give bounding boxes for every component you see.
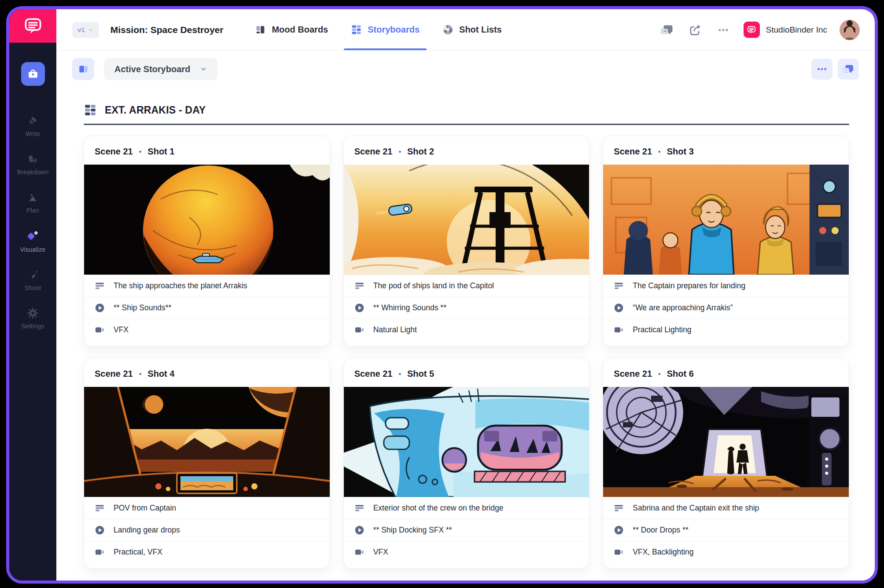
storyboard-frame-image[interactable] (84, 165, 330, 275)
camera-row[interactable]: VFX (84, 319, 330, 341)
chevron-down-icon (88, 27, 94, 33)
play-icon (95, 525, 105, 535)
comments-button[interactable] (659, 22, 675, 38)
storyboard-grid-icon (84, 103, 97, 117)
audio-row[interactable]: ** Door Drops ** (603, 519, 849, 541)
board-comments-button[interactable] (838, 59, 859, 80)
storyboard-selector[interactable]: Active Storyboard (104, 58, 217, 80)
shot-label: Shot 3 (667, 147, 694, 157)
scene-label: Scene 21 (614, 147, 652, 157)
camera-row[interactable]: Natural Light (344, 319, 589, 341)
storyboard-frame-image[interactable] (344, 387, 589, 497)
description-row[interactable]: The ship approaches the planet Arrakis (84, 275, 330, 297)
sidebar: Write Breakdown Plan Visualize Shoot Set… (9, 9, 56, 581)
nav-right-cluster: StudioBinder Inc (659, 20, 860, 40)
sidebar-item-write[interactable]: Write (11, 115, 55, 137)
sidebar-item-plan[interactable]: Plan (11, 191, 55, 214)
storyboard-toolbar: Active Storyboard (56, 51, 875, 88)
project-briefcase-button[interactable] (21, 62, 45, 86)
camera-text: VFX (373, 548, 388, 557)
org-switcher[interactable]: StudioBinder Inc (744, 22, 827, 38)
top-nav: v1 Mission: Space Destroyer Mood Boards … (56, 9, 875, 51)
org-logo (744, 22, 760, 38)
storyboard-frame-image[interactable] (603, 165, 849, 275)
tab-shot-lists[interactable]: Shot Lists (431, 9, 513, 50)
shot-card-header: Scene 21 • Shot 4 (84, 358, 330, 387)
text-lines-icon (354, 503, 365, 513)
more-options-button[interactable] (715, 22, 731, 38)
board-options-button[interactable] (811, 59, 832, 80)
shot-card-5: Scene 21 • Shot 5 (343, 358, 590, 569)
toolbar-right-cluster (811, 59, 859, 80)
nav-tabs: Mood Boards Storyboards Shot Lists (243, 9, 513, 50)
description-row[interactable]: The Captain prepares for landing (603, 275, 849, 297)
tab-mood-boards[interactable]: Mood Boards (243, 9, 339, 50)
sidebar-nav: Write Breakdown Plan Visualize Shoot Set… (11, 115, 55, 330)
scene-label: Scene 21 (614, 369, 652, 379)
storyboard-content: EXT. ARRAKIS - DAY Scene 21 • Shot 1 (56, 88, 875, 581)
text-lines-icon (95, 281, 105, 291)
storyboard-grid-icon (351, 24, 362, 35)
camera-text: VFX (114, 325, 129, 334)
description-text: Exterior shot of the crew on the bridge (373, 503, 504, 513)
audio-row[interactable]: Landing gear drops (84, 519, 330, 541)
dot-separator: • (398, 370, 402, 378)
shot-label: Shot 1 (147, 147, 174, 157)
storyboard-frame-image[interactable] (84, 387, 330, 497)
breakdown-sheets-icon (27, 153, 39, 165)
description-row[interactable]: The pod of ships land in the Capitol (344, 275, 589, 297)
description-row[interactable]: POV from Captain (84, 497, 330, 519)
share-icon (689, 23, 702, 37)
section-divider (84, 124, 849, 125)
scene-heading: EXT. ARRAKIS - DAY (105, 104, 206, 116)
description-row[interactable]: Exterior shot of the crew on the bridge (344, 497, 589, 519)
shot-card-header: Scene 21 • Shot 3 (603, 136, 849, 165)
camera-text: Practical Lighting (633, 325, 691, 334)
storyboard-frame-image[interactable] (603, 387, 849, 497)
audio-row[interactable]: ** Ship Docking SFX ** (344, 519, 589, 541)
scene-label: Scene 21 (95, 147, 133, 157)
audio-row[interactable]: ** Ship Sounds** (84, 297, 330, 319)
text-lines-icon (354, 281, 365, 291)
sidebar-item-breakdown[interactable]: Breakdown (11, 153, 55, 176)
description-row[interactable]: Sabrina and the Captain exit the ship (603, 497, 849, 519)
camera-row[interactable]: Practical Lighting (603, 319, 849, 341)
studiobinder-logo[interactable] (9, 9, 56, 43)
dot-separator: • (398, 148, 402, 156)
shot-label: Shot 4 (147, 369, 174, 379)
sidebar-item-label: Plan (26, 207, 39, 214)
tab-storyboards[interactable]: Storyboards (339, 9, 431, 50)
play-icon (614, 303, 624, 313)
scene-section-header: EXT. ARRAKIS - DAY (84, 103, 849, 117)
version-label: v1 (77, 26, 85, 33)
project-title: Mission: Space Destroyer (110, 25, 224, 35)
version-selector[interactable]: v1 (72, 22, 99, 38)
shot-card-3: Scene 21 • Shot 3 (603, 136, 849, 346)
play-icon (354, 525, 365, 535)
shot-card-2: Scene 21 • Shot 2 (343, 136, 590, 346)
camera-row[interactable]: VFX (344, 541, 589, 563)
mood-board-icon (255, 24, 266, 35)
audio-row[interactable]: ** Whirring Sounds ** (344, 297, 589, 319)
play-icon (614, 525, 624, 535)
diamonds-icon (26, 230, 39, 243)
storyboard-frame-image[interactable] (344, 165, 589, 275)
camera-text: VFX, Backlighting (633, 548, 693, 557)
camera-row[interactable]: Practical, VFX (84, 541, 330, 563)
audio-row[interactable]: “We are approaching Arrakis” (603, 297, 849, 319)
sidebar-item-visualize[interactable]: Visualize (11, 230, 55, 253)
camera-row[interactable]: VFX, Backlighting (603, 541, 849, 563)
play-icon (354, 303, 365, 313)
scene-label: Scene 21 (95, 369, 133, 379)
chevron-down-icon (200, 66, 207, 73)
user-avatar[interactable] (840, 20, 860, 40)
video-camera-icon (614, 547, 624, 557)
shot-label: Shot 2 (407, 147, 434, 157)
shot-grid: Scene 21 • Shot 1 (84, 136, 849, 569)
board-view-button[interactable] (72, 58, 94, 80)
sidebar-item-shoot[interactable]: Shoot (11, 269, 55, 291)
sidebar-item-label: Settings (21, 323, 44, 330)
sidebar-item-settings[interactable]: Settings (11, 307, 55, 330)
text-lines-icon (614, 503, 624, 513)
share-button[interactable] (687, 22, 703, 38)
